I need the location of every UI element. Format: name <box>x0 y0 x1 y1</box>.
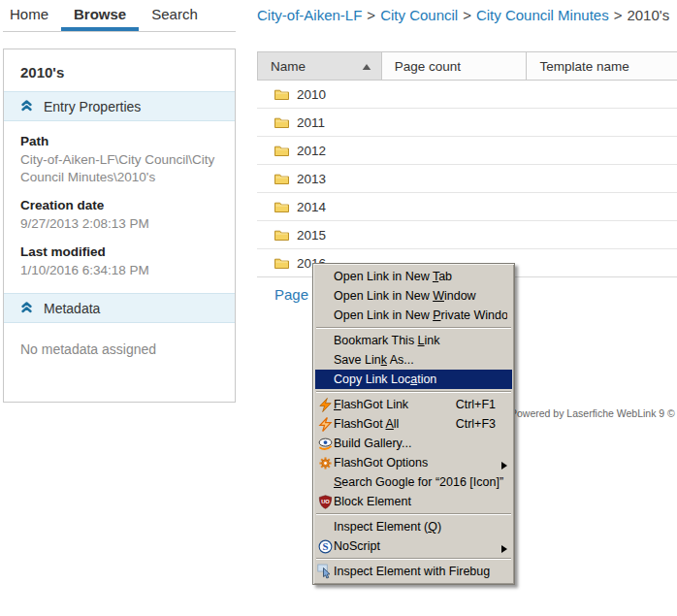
breadcrumb-link-city-council-minutes[interactable]: City Council Minutes <box>476 7 609 23</box>
property-label-last-modified: Last modified <box>20 244 218 259</box>
breadcrumb-link-city-of-aiken-lf[interactable]: City-of-Aiken-LF <box>257 7 362 23</box>
table-row-2013[interactable]: 2013 <box>257 165 677 193</box>
block-element-icon: UO <box>316 495 334 509</box>
menu-item-label: Copy Link Location <box>334 373 507 386</box>
menu-item-build-gallery[interactable]: Build Gallery... <box>315 434 512 453</box>
folder-icon <box>274 172 290 185</box>
property-label-creation-date: Creation date <box>20 198 218 212</box>
folder-name: 2014 <box>297 200 326 214</box>
tab-search[interactable]: Search <box>139 0 210 31</box>
svg-text:S: S <box>322 540 328 552</box>
metadata-section-header[interactable]: Metadata <box>4 293 235 323</box>
menu-item-search-google-for-2016-icon[interactable]: Search Google for “2016 [Icon]” <box>315 472 512 492</box>
menu-item-inspect-element-with-firebug[interactable]: Inspect Element with Firebug <box>315 562 512 581</box>
menu-item-label: FlashGot All <box>334 417 446 431</box>
firebug-icon <box>316 564 334 579</box>
menu-item-bookmark-this-link[interactable]: Bookmark This Link <box>315 331 512 350</box>
menu-item-block-element[interactable]: UOBlock Element <box>315 492 512 511</box>
breadcrumb-current: 2010's <box>627 7 669 23</box>
flashgot-all-icon <box>316 417 334 432</box>
table-row-2015[interactable]: 2015 <box>257 221 677 249</box>
menu-item-label: Block Element <box>334 495 507 508</box>
breadcrumb-separator: > <box>609 7 628 23</box>
menu-separator <box>316 558 511 560</box>
folder-icon <box>274 115 290 129</box>
folder-icon <box>274 228 290 242</box>
folder-icon <box>274 256 290 270</box>
metadata-empty-text: No metadata assigned <box>4 323 235 375</box>
column-label: Name <box>271 59 306 74</box>
table-header-row: NamePage countTemplate name <box>257 51 677 81</box>
menu-item-open-link-in-new-private-window[interactable]: Open Link in New Private Window <box>315 306 512 325</box>
tab-bar: HomeBrowseSearch <box>3 0 236 32</box>
breadcrumb: City-of-Aiken-LF>City Council>City Counc… <box>257 7 669 23</box>
menu-item-noscript[interactable]: SNoScript <box>315 536 512 556</box>
column-header-name[interactable]: Name <box>258 52 382 80</box>
property-value-path: City-of-Aiken-LF\City Council\City Counc… <box>20 151 222 186</box>
menu-item-label: Search Google for “2016 [Icon]” <box>334 475 507 489</box>
menu-separator <box>316 513 511 515</box>
menu-item-label: Open Link in New Tab <box>334 270 507 283</box>
tab-browse[interactable]: Browse <box>61 0 139 31</box>
menu-item-label: Save Link As... <box>334 353 507 367</box>
menu-item-label: NoScript <box>334 539 507 553</box>
menu-item-label: Build Gallery... <box>334 437 507 450</box>
column-header-page-count[interactable]: Page count <box>382 52 528 80</box>
menu-item-label: Inspect Element (Q) <box>334 520 507 534</box>
table-row-2014[interactable]: 2014 <box>257 193 677 221</box>
menu-item-label: FlashGot Options <box>334 456 507 470</box>
menu-item-save-link-as[interactable]: Save Link As... <box>315 350 512 370</box>
flashgot-link-icon <box>316 398 334 412</box>
submenu-arrow-icon <box>501 459 507 467</box>
property-label-path: Path <box>20 134 218 148</box>
column-label: Template name <box>539 59 629 74</box>
menu-item-copy-link-location[interactable]: Copy Link Location <box>315 370 512 389</box>
powered-by-text: Powered by Laserfiche WebLink 9 © 1998 <box>510 407 677 419</box>
breadcrumb-separator: > <box>362 7 380 23</box>
column-label: Page count <box>395 59 461 74</box>
sidebar-title: 2010's <box>4 49 235 91</box>
sidebar-panel: 2010's Entry Properties PathCity-of-Aike… <box>3 49 236 403</box>
menu-item-label: FlashGot Link <box>334 398 446 411</box>
folder-icon <box>274 87 290 101</box>
table-body: 2010201120122013201420152016 <box>257 81 677 277</box>
folder-name: 2011 <box>297 115 325 130</box>
column-header-template-name[interactable]: Template name <box>527 52 677 80</box>
collapse-chevrons-icon[interactable] <box>20 301 33 316</box>
table-row-2011[interactable]: 2011 <box>257 109 677 137</box>
metadata-label: Metadata <box>44 301 100 316</box>
table-row-2010[interactable]: 2010 <box>257 81 677 109</box>
menu-item-shortcut: Ctrl+F3 <box>456 417 507 431</box>
menu-item-label: Inspect Element with Firebug <box>334 565 507 578</box>
entry-properties-label: Entry Properties <box>44 99 141 114</box>
sort-asc-icon <box>362 59 371 74</box>
menu-item-flashgot-link[interactable]: FlashGot LinkCtrl+F1 <box>315 395 512 414</box>
menu-separator <box>316 391 511 393</box>
tab-home[interactable]: Home <box>3 0 61 31</box>
menu-item-inspect-element-q[interactable]: Inspect Element (Q) <box>315 517 512 536</box>
collapse-chevrons-icon[interactable] <box>20 99 33 114</box>
results-table: NamePage countTemplate name 201020112012… <box>257 51 677 277</box>
menu-item-open-link-in-new-window[interactable]: Open Link in New Window <box>315 286 512 306</box>
menu-item-open-link-in-new-tab[interactable]: Open Link in New Tab <box>315 267 512 286</box>
menu-item-label: Open Link in New Private Window <box>334 308 507 322</box>
folder-icon <box>274 200 290 213</box>
noscript-icon: S <box>316 539 334 554</box>
menu-item-shortcut: Ctrl+F1 <box>456 398 507 411</box>
folder-name: 2010 <box>297 87 326 102</box>
menu-separator <box>316 327 511 329</box>
table-row-2012[interactable]: 2012 <box>257 137 677 165</box>
menu-item-flashgot-all[interactable]: FlashGot AllCtrl+F3 <box>315 414 512 434</box>
menu-item-flashgot-options[interactable]: FlashGot Options <box>315 453 512 472</box>
folder-name: 2013 <box>297 172 326 186</box>
folder-icon <box>274 144 290 157</box>
entry-properties-list: PathCity-of-Aiken-LF\City Council\City C… <box>4 121 235 293</box>
flashgot-options-icon <box>316 456 334 470</box>
entry-properties-section-header[interactable]: Entry Properties <box>4 91 235 121</box>
breadcrumb-separator: > <box>458 7 476 23</box>
property-value-last-modified: 1/10/2016 6:34:18 PM <box>20 262 222 279</box>
svg-text:UO: UO <box>321 499 330 504</box>
folder-name: 2015 <box>297 228 326 243</box>
folder-name: 2012 <box>297 144 326 158</box>
breadcrumb-link-city-council[interactable]: City Council <box>380 7 458 23</box>
